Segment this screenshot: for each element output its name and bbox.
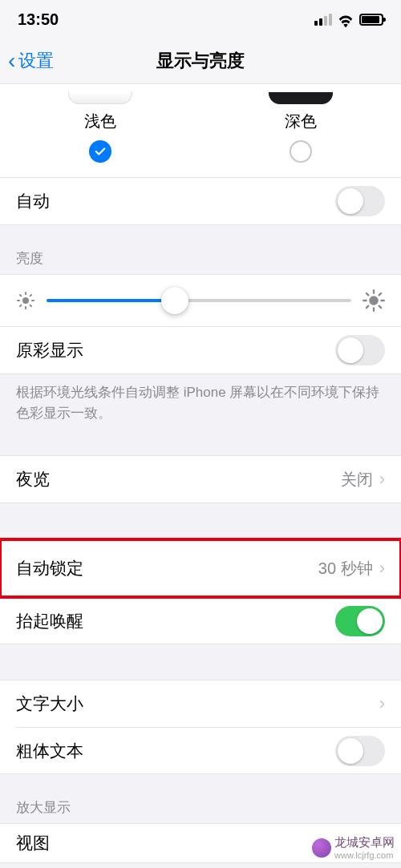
svg-line-15 (379, 306, 381, 308)
auto-appearance-row: 自动 (0, 178, 401, 224)
status-right (314, 13, 383, 26)
text-size-row[interactable]: 文字大小 › (0, 680, 401, 727)
bold-text-switch[interactable] (335, 736, 385, 766)
slider-thumb[interactable] (161, 287, 188, 314)
appearance-selector: 浅色 深色 (0, 83, 401, 178)
raise-to-wake-label: 抬起唤醒 (16, 610, 83, 632)
sun-large-icon (363, 289, 385, 312)
text-group: 文字大小 › 粗体文本 (0, 680, 401, 774)
page-title: 显示与亮度 (156, 49, 245, 73)
light-label: 浅色 (0, 111, 200, 132)
brightness-header: 亮度 (0, 225, 401, 274)
auto-lock-value: 30 秒钟 (318, 558, 373, 579)
svg-line-6 (30, 305, 31, 306)
cellular-signal-icon (314, 14, 332, 26)
battery-icon (359, 14, 383, 26)
true-tone-row: 原彩显示 (0, 327, 401, 373)
night-shift-value: 关闭 (341, 469, 373, 491)
svg-line-7 (20, 305, 21, 306)
watermark-logo-icon (312, 838, 331, 858)
true-tone-group: 原彩显示 (0, 327, 401, 374)
sun-small-icon (16, 291, 35, 310)
auto-label: 自动 (16, 190, 50, 212)
brightness-slider[interactable] (47, 299, 351, 302)
dark-label: 深色 (200, 111, 401, 132)
dark-theme-thumb (269, 92, 333, 104)
true-tone-footer: 根据环境光线条件自动调整 iPhone 屏幕以在不同环境下保持色彩显示一致。 (0, 374, 401, 423)
appearance-option-light[interactable]: 浅色 (0, 84, 200, 177)
svg-line-16 (367, 306, 368, 308)
night-shift-group: 夜览 关闭 › (0, 455, 401, 503)
chevron-right-icon: › (379, 558, 385, 579)
back-button[interactable]: ‹ 设置 (8, 38, 54, 83)
auto-lock-row[interactable]: 自动锁定 30 秒钟 › (0, 539, 401, 597)
bold-text-label: 粗体文本 (16, 740, 83, 762)
chevron-left-icon: ‹ (8, 50, 15, 72)
nav-header: ‹ 设置 显示与亮度 (0, 38, 401, 83)
text-size-label: 文字大小 (16, 692, 83, 715)
appearance-option-dark[interactable]: 深色 (200, 84, 401, 177)
slider-fill (47, 299, 175, 302)
svg-line-5 (20, 295, 21, 296)
night-shift-label: 夜览 (16, 468, 50, 491)
brightness-slider-cell (0, 274, 401, 327)
bold-text-row: 粗体文本 (16, 727, 401, 773)
radio-checked-icon (89, 140, 111, 163)
light-theme-thumb (68, 92, 132, 104)
watermark-url: www.lcjrfg.com (334, 850, 395, 860)
raise-to-wake-row: 抬起唤醒 (16, 597, 401, 644)
watermark-title: 龙城安卓网 (334, 835, 395, 849)
zoom-view-label: 视图 (16, 832, 50, 854)
svg-point-9 (369, 296, 379, 305)
chevron-right-icon: › (379, 469, 385, 490)
svg-line-14 (367, 293, 368, 295)
raise-to-wake-switch[interactable] (335, 606, 385, 636)
watermark: 龙城安卓网 www.lcjrfg.com (312, 835, 395, 860)
wifi-icon (337, 13, 354, 26)
auto-lock-label: 自动锁定 (16, 557, 83, 579)
svg-line-8 (30, 295, 31, 296)
auto-appearance-switch[interactable] (335, 186, 385, 216)
back-label: 设置 (18, 49, 54, 73)
svg-line-17 (379, 293, 381, 295)
night-shift-row[interactable]: 夜览 关闭 › (0, 456, 401, 503)
svg-point-0 (22, 297, 29, 304)
chevron-right-icon: › (379, 693, 385, 714)
status-time: 13:50 (18, 10, 59, 29)
auto-appearance-group: 自动 (0, 178, 401, 225)
radio-unchecked-icon (290, 140, 312, 163)
status-bar: 13:50 (0, 0, 401, 38)
true-tone-label: 原彩显示 (16, 339, 83, 361)
zoom-header: 放大显示 (0, 774, 401, 823)
autolock-group: 自动锁定 30 秒钟 › 抬起唤醒 (0, 539, 401, 644)
true-tone-switch[interactable] (335, 335, 385, 365)
